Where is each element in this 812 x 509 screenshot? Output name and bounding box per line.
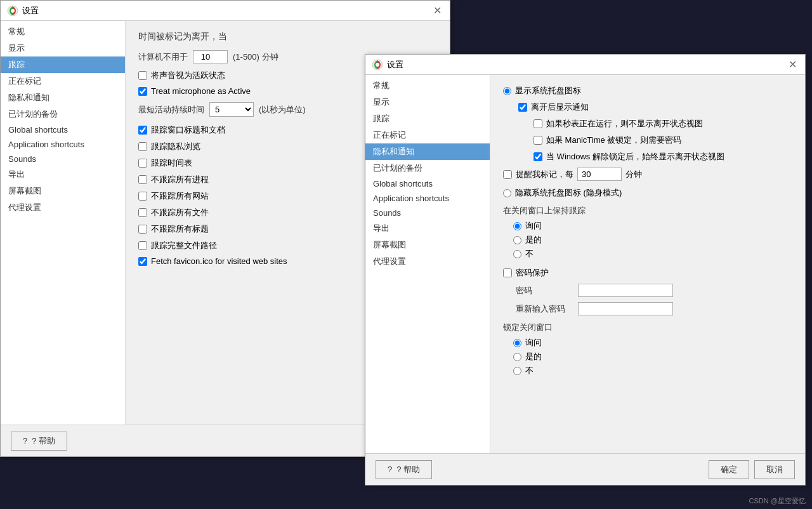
radio-yes2[interactable] [513, 353, 521, 361]
window2-footer: ? ? 帮助 确定 取消 [365, 453, 805, 485]
radio-ask2-row: 询问 [513, 337, 792, 348]
sidebar-item-appshortcuts1[interactable]: Application shortcuts [1, 137, 125, 152]
sidebar-item-export1[interactable]: 导出 [1, 166, 125, 183]
sub-cb1-checkbox[interactable] [518, 103, 527, 112]
sidebar-item-sounds2[interactable]: Sounds [365, 206, 490, 220]
sub-cb3-row: 如果 ManicTime 被锁定，则需要密码 [534, 135, 792, 146]
window1-sidebar: 常规 显示 跟踪 正在标记 隐私和通知 已计划的备份 Global shortc… [1, 21, 126, 425]
radio-ask1-row: 询问 [513, 220, 792, 232]
cb4-checkbox[interactable] [138, 142, 147, 151]
window2-ok-button[interactable]: 确定 [709, 460, 749, 479]
sidebar-item-tagging2[interactable]: 正在标记 [365, 127, 490, 143]
pw-protect-label: 密码保护 [516, 267, 549, 279]
app-icon2 [372, 59, 383, 70]
sidebar-item-backup1[interactable]: 已计划的备份 [1, 106, 125, 122]
sub-cb4-row: 当 Windows 解除锁定后，始终显示离开状态视图 [534, 151, 792, 162]
sidebar-item-track2[interactable]: 跟踪 [365, 110, 490, 127]
radio-no2[interactable] [513, 367, 521, 375]
window2-body: 常规 显示 跟踪 正在标记 隐私和通知 已计划的备份 Global shortc… [365, 75, 805, 453]
radio-no1-label: 不 [525, 248, 534, 260]
window2-cancel-button[interactable]: 取消 [754, 460, 795, 479]
idle-input[interactable] [193, 50, 228, 63]
app-icon1 [7, 5, 18, 17]
cb10-checkbox[interactable] [138, 241, 147, 250]
cb1-checkbox[interactable] [138, 71, 147, 80]
cb6-checkbox[interactable] [138, 175, 147, 184]
sidebar-item-screenshot1[interactable]: 屏幕截图 [1, 183, 125, 199]
hide-tray-label: 隐藏系统托盘图标 (隐身模式) [515, 187, 622, 199]
pw-input[interactable] [578, 284, 673, 297]
sidebar-item-proxy2[interactable]: 代理设置 [365, 253, 490, 270]
remind-input[interactable] [577, 168, 622, 181]
sidebar-item-globalshortcuts1[interactable]: Global shortcuts [1, 122, 125, 137]
radio-yes1-row: 是的 [513, 234, 792, 246]
sidebar-item-tagging1[interactable]: 正在标记 [1, 73, 125, 89]
sub-cb3-checkbox[interactable] [534, 136, 542, 145]
pw-protect-checkbox[interactable] [503, 268, 512, 277]
section-title1: 时间被标记为离开，当 [138, 31, 437, 43]
sidebar-item-screenshot2[interactable]: 屏幕截图 [365, 237, 490, 253]
help-icon2: ? [388, 465, 392, 474]
reenter-row: 重新输入密码 [516, 302, 792, 315]
hide-tray-row: 隐藏系统托盘图标 (隐身模式) [503, 187, 792, 199]
sidebar-item-general1[interactable]: 常规 [1, 23, 125, 40]
radio-yes1-label: 是的 [525, 234, 542, 246]
radio-ask2[interactable] [513, 339, 521, 347]
cb2-checkbox[interactable] [138, 87, 147, 96]
remind-label: 提醒我标记，每 [516, 169, 573, 180]
min-activity-unit: (以秒为单位) [259, 104, 306, 116]
cb5-label: 跟踪时间表 [151, 157, 192, 169]
sub-cb4-checkbox[interactable] [534, 152, 542, 161]
sidebar-item-sounds1[interactable]: Sounds [1, 152, 125, 166]
sidebar-item-privacy2[interactable]: 隐私和通知 [365, 143, 490, 160]
sub-cb2-row: 如果秒表正在运行，则不显示离开状态视图 [534, 118, 792, 129]
sidebar-item-privacy1[interactable]: 隐私和通知 [1, 89, 125, 106]
window1-title: 设置 [22, 5, 39, 17]
radio-ask1[interactable] [513, 222, 521, 230]
radio-no2-label: 不 [525, 365, 534, 376]
idle-label: 计算机不用于 [138, 51, 188, 63]
remind-row: 提醒我标记，每 分钟 [503, 168, 792, 181]
window1-titlebar: 设置 ✕ [1, 1, 450, 21]
sub-cb1-row: 离开后显示通知 [518, 102, 792, 113]
sidebar-item-display2[interactable]: 显示 [365, 94, 490, 110]
radio-yes1[interactable] [513, 236, 521, 244]
sub-cb2-checkbox[interactable] [534, 119, 542, 128]
cb4-label: 跟踪隐私浏览 [151, 141, 200, 152]
sidebar-item-backup2[interactable]: 已计划的备份 [365, 160, 490, 176]
sidebar-item-export2[interactable]: 导出 [365, 220, 490, 237]
radio-no1[interactable] [513, 250, 521, 258]
keep-tracking-radio-group: 询问 是的 不 [513, 220, 792, 260]
cb8-checkbox[interactable] [138, 208, 147, 217]
window1-close-button[interactable]: ✕ [431, 4, 443, 17]
sub-cb2-label: 如果秒表正在运行，则不显示离开状态视图 [546, 118, 703, 129]
cb9-checkbox[interactable] [138, 225, 147, 234]
cb6-label: 不跟踪所有进程 [151, 174, 209, 185]
reenter-input[interactable] [578, 302, 673, 315]
sidebar-item-track1[interactable]: 跟踪 [1, 56, 125, 73]
sidebar-item-display1[interactable]: 显示 [1, 40, 125, 56]
remind-checkbox[interactable] [503, 170, 512, 179]
cb9-label: 不跟踪所有标题 [151, 223, 209, 235]
sidebar-item-proxy1[interactable]: 代理设置 [1, 199, 125, 216]
sidebar-item-globalshortcuts2[interactable]: Global shortcuts [365, 176, 490, 191]
cb5-checkbox[interactable] [138, 159, 147, 168]
min-activity-select[interactable]: 5 10 15 [209, 102, 254, 117]
remind-unit: 分钟 [625, 169, 642, 180]
window2-close-button[interactable]: ✕ [786, 58, 799, 71]
window1-help-button[interactable]: ? ? 帮助 [11, 432, 67, 451]
svg-point-3 [376, 63, 379, 67]
show-tray-radio[interactable] [503, 87, 511, 95]
cb3-label: 跟踪窗口标题和文档 [151, 124, 225, 136]
hide-tray-radio[interactable] [503, 189, 511, 197]
cb11-checkbox[interactable] [138, 257, 147, 266]
cb7-checkbox[interactable] [138, 192, 147, 201]
window2-help-button[interactable]: ? ? 帮助 [376, 460, 432, 479]
window2-sidebar: 常规 显示 跟踪 正在标记 隐私和通知 已计划的备份 Global shortc… [365, 75, 490, 453]
sidebar-item-general2[interactable]: 常规 [365, 77, 490, 94]
window2-titlebar: 设置 ✕ [365, 55, 805, 75]
radio-no2-row: 不 [513, 365, 792, 376]
sidebar-item-appshortcuts2[interactable]: Application shortcuts [365, 191, 490, 206]
cb3-checkbox[interactable] [138, 126, 147, 135]
window2-content: 显示系统托盘图标 离开后显示通知 如果秒表正在运行，则不显示离开状态视图 如果 … [490, 75, 805, 453]
